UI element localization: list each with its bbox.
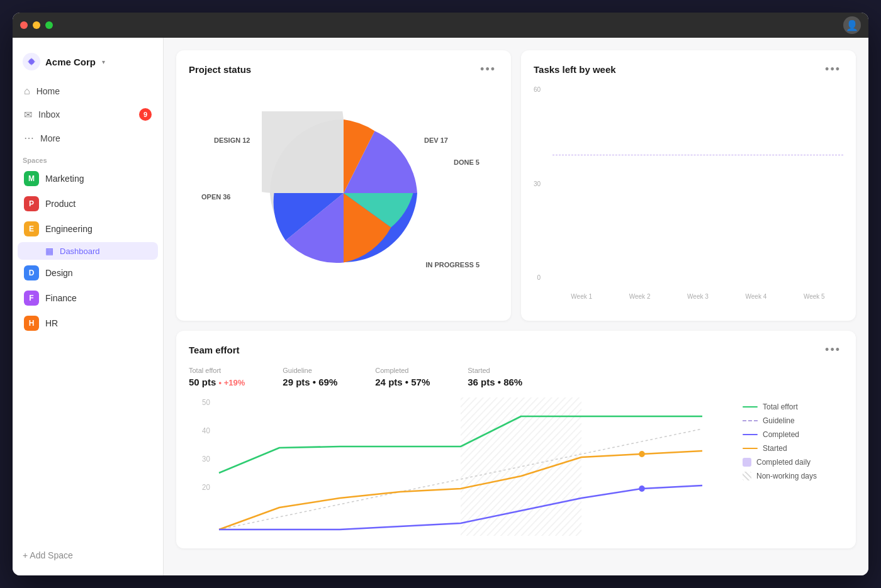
- pie-chart-container: DESIGN 12 OPEN 36 DEV 17 DONE 5 IN PROGR…: [189, 86, 498, 300]
- sidebar-inbox-label: Inbox: [38, 109, 60, 119]
- product-avatar: P: [24, 196, 39, 211]
- finance-avatar: F: [24, 291, 39, 306]
- maximize-button[interactable]: [45, 21, 53, 29]
- project-status-more-button[interactable]: •••: [478, 63, 498, 76]
- line-chart-svg: 50 40 30 20: [189, 397, 732, 536]
- legend-nonworking-label: Non-working days: [756, 472, 817, 480]
- sidebar-item-engineering[interactable]: E Engineering: [18, 217, 158, 241]
- legend-started: Started: [743, 444, 843, 453]
- stat-guideline-value: 29 pts • 69%: [283, 377, 337, 387]
- svg-point-10: [639, 451, 645, 457]
- project-status-card: Project status ••• DESIGN 12 OPEN 36 DEV…: [176, 50, 511, 321]
- stat-total-pts: 50 pts: [189, 377, 219, 387]
- line-chart-area: 50 40 30 20: [189, 397, 732, 536]
- logo-icon: [23, 53, 40, 70]
- engineering-label: Engineering: [45, 224, 93, 234]
- team-effort-more-button[interactable]: •••: [822, 343, 843, 357]
- sidebar-item-more[interactable]: ⋯ More: [18, 127, 158, 149]
- x-label-week5: Week 5: [804, 293, 825, 300]
- bar-chart-area: 60 30 0: [534, 86, 843, 300]
- user-avatar[interactable]: 👤: [843, 16, 861, 34]
- stat-completed: Completed 24 pts • 57%: [375, 367, 430, 387]
- close-button[interactable]: [20, 21, 28, 29]
- legend-completed-line: [743, 434, 758, 435]
- stat-started-value: 36 pts • 86%: [468, 377, 522, 387]
- tasks-by-week-card: Tasks left by week ••• 60 30 0: [521, 50, 856, 321]
- sidebar-item-hr[interactable]: H HR: [18, 311, 158, 335]
- hr-avatar: H: [24, 316, 39, 331]
- team-effort-card: Team effort ••• Total effort 50 pts • +1…: [176, 331, 856, 548]
- legend-non-working: Non-working days: [743, 472, 843, 480]
- sidebar-item-product[interactable]: P Product: [18, 192, 158, 216]
- sidebar-item-home[interactable]: ⌂ Home: [18, 80, 158, 102]
- hr-initial: H: [29, 319, 35, 328]
- design-avatar: D: [24, 265, 39, 280]
- workspace-chevron-icon: ▾: [102, 58, 105, 65]
- sidebar: Acme Corp ▾ ⌂ Home ✉ Inbox 9 ⋯ More Spa: [13, 38, 164, 575]
- engineering-avatar: E: [24, 221, 39, 236]
- add-space-button[interactable]: + Add Space: [13, 545, 163, 565]
- finance-initial: F: [29, 294, 33, 302]
- tasks-week-more-button[interactable]: •••: [822, 63, 843, 76]
- charts-row: Project status ••• DESIGN 12 OPEN 36 DEV…: [176, 50, 856, 321]
- pie-label-open: OPEN 36: [201, 193, 230, 201]
- bar-x-labels: Week 1 Week 2 Week 3 Week 4 Week 5: [553, 282, 843, 300]
- effort-body: 50 40 30 20: [189, 397, 843, 536]
- stat-started: Started 36 pts • 86%: [468, 367, 522, 387]
- stat-completed-value: 24 pts • 57%: [375, 377, 430, 387]
- y-label-60: 60: [534, 86, 541, 93]
- legend-completed: Completed: [743, 430, 843, 439]
- design-initial: D: [29, 269, 35, 277]
- avatar-icon: 👤: [846, 19, 858, 31]
- sidebar-item-design[interactable]: D Design: [18, 261, 158, 285]
- sidebar-item-inbox[interactable]: ✉ Inbox 9: [18, 103, 158, 126]
- pie-label-design: DESIGN 12: [214, 136, 250, 144]
- more-icon: ⋯: [24, 132, 34, 144]
- project-status-title: Project status: [189, 64, 251, 75]
- marketing-avatar: M: [24, 171, 39, 186]
- stat-completed-label: Completed: [375, 367, 430, 374]
- pie-label-done: DONE 5: [454, 158, 480, 166]
- legend-nonworking-box: [743, 472, 751, 480]
- app-window: 👤 Acme Corp ▾ ⌂ Home ✉: [13, 13, 868, 575]
- stat-guideline-label: Guideline: [283, 367, 337, 374]
- legend-completed-label: Completed: [763, 430, 799, 439]
- stat-started-label: Started: [468, 367, 522, 374]
- team-effort-header: Team effort •••: [189, 343, 843, 357]
- tasks-week-title: Tasks left by week: [534, 64, 616, 75]
- project-status-header: Project status •••: [189, 63, 498, 76]
- effort-stats: Total effort 50 pts • +19% Guideline 29 …: [189, 367, 843, 387]
- svg-text:30: 30: [202, 455, 210, 463]
- y-label-30: 30: [534, 180, 541, 187]
- workspace-name: Acme Corp: [45, 57, 96, 67]
- svg-point-11: [639, 485, 645, 492]
- traffic-lights: [20, 21, 53, 29]
- add-space-label: + Add Space: [23, 550, 73, 560]
- tasks-week-header: Tasks left by week •••: [534, 63, 843, 76]
- titlebar: 👤: [13, 13, 868, 38]
- app-body: Acme Corp ▾ ⌂ Home ✉ Inbox 9 ⋯ More Spa: [13, 38, 868, 575]
- home-icon: ⌂: [24, 86, 30, 97]
- hr-label: HR: [45, 318, 58, 328]
- stat-total-suffix: • +19%: [219, 378, 245, 387]
- dashboard-icon: ▦: [45, 246, 53, 256]
- sidebar-item-dashboard[interactable]: ▦ Dashboard: [18, 242, 158, 260]
- sidebar-item-finance[interactable]: F Finance: [18, 286, 158, 310]
- y-label-0: 0: [537, 274, 541, 281]
- x-label-week2: Week 2: [629, 293, 651, 300]
- spaces-nav: M Marketing P Product E Engineering: [13, 167, 163, 335]
- legend-started-label: Started: [763, 444, 787, 453]
- pie-label-dev: DEV 17: [424, 136, 448, 144]
- sidebar-home-label: Home: [36, 86, 60, 96]
- legend-total-line: [743, 406, 758, 408]
- x-label-week3: Week 3: [687, 293, 709, 300]
- engineering-initial: E: [29, 225, 34, 233]
- marketing-label: Marketing: [45, 174, 84, 184]
- pie-label-inprogress: IN PROGRESS 5: [425, 261, 480, 269]
- workspace-logo[interactable]: Acme Corp ▾: [13, 48, 163, 80]
- stat-total: Total effort 50 pts • +19%: [189, 367, 245, 387]
- team-effort-title: Team effort: [189, 345, 240, 355]
- minimize-button[interactable]: [33, 21, 40, 29]
- sidebar-item-marketing[interactable]: M Marketing: [18, 167, 158, 191]
- x-label-week4: Week 4: [746, 293, 767, 300]
